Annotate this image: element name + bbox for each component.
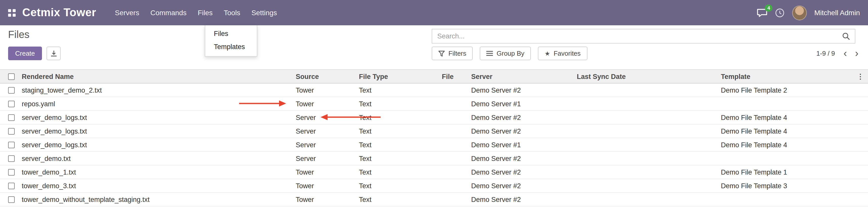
row-checkbox-cell[interactable] — [0, 192, 19, 206]
cell-last-sync-date[interactable] — [574, 192, 718, 206]
pager-previous-icon[interactable]: ‹ — [841, 47, 849, 60]
cell-last-sync-date[interactable] — [574, 111, 718, 124]
row-checkbox[interactable] — [8, 115, 15, 121]
user-avatar[interactable] — [792, 5, 807, 20]
cell-file[interactable] — [439, 111, 469, 124]
optional-columns-toggle-icon[interactable]: ⋮ — [857, 72, 864, 81]
select-all-checkbox[interactable] — [8, 73, 15, 80]
row-checkbox[interactable] — [8, 169, 15, 176]
user-menu[interactable]: Mitchell Admin — [814, 9, 860, 17]
cell-server[interactable]: Demo Server #2 — [469, 124, 574, 138]
cell-file[interactable] — [439, 138, 469, 152]
export-button[interactable] — [46, 47, 61, 60]
cell-file-type[interactable]: Text — [356, 111, 439, 124]
cell-last-sync-date[interactable] — [574, 83, 718, 97]
table-row[interactable]: server_demo.txt Server Text Demo Server … — [0, 152, 868, 165]
table-row[interactable]: server_demo_logs.txt Server Text Demo Se… — [0, 138, 868, 152]
cell-server[interactable]: Demo Server #2 — [469, 192, 574, 206]
cell-file-type[interactable]: Text — [356, 179, 439, 192]
cell-rendered-name[interactable]: server_demo_logs.txt — [19, 111, 293, 124]
cell-last-sync-date[interactable] — [574, 97, 718, 111]
cell-template[interactable] — [718, 192, 854, 206]
cell-file[interactable] — [439, 179, 469, 192]
cell-last-sync-date[interactable] — [574, 179, 718, 192]
row-checkbox-cell[interactable] — [0, 165, 19, 179]
cell-file-type[interactable]: Text — [356, 138, 439, 152]
cell-template[interactable] — [718, 97, 854, 111]
cell-template[interactable]: Demo File Template 4 — [718, 111, 854, 124]
row-checkbox-cell[interactable] — [0, 124, 19, 138]
cell-source[interactable]: Server — [293, 152, 356, 165]
cell-server[interactable]: Demo Server #1 — [469, 97, 574, 111]
messages-button[interactable]: 4 — [756, 8, 767, 17]
cell-last-sync-date[interactable] — [574, 138, 718, 152]
cell-template[interactable]: Demo File Template 4 — [718, 124, 854, 138]
cell-source[interactable]: Tower — [293, 83, 356, 97]
cell-server[interactable]: Demo Server #2 — [469, 152, 574, 165]
optional-columns-cell[interactable]: ⋮ — [854, 69, 868, 83]
nav-item-commands[interactable]: Commands — [145, 0, 192, 25]
row-checkbox[interactable] — [8, 142, 15, 149]
row-checkbox-cell[interactable] — [0, 179, 19, 192]
cell-server[interactable]: Demo Server #1 — [469, 138, 574, 152]
nav-item-files[interactable]: Files — [192, 0, 218, 25]
table-row[interactable]: repos.yaml Tower Text Demo Server #1 — [0, 97, 868, 111]
cell-last-sync-date[interactable] — [574, 165, 718, 179]
cell-rendered-name[interactable]: staging_tower_demo_2.txt — [19, 83, 293, 97]
cell-rendered-name[interactable]: repos.yaml — [19, 97, 293, 111]
cell-server[interactable]: Demo Server #2 — [469, 179, 574, 192]
cell-template[interactable] — [718, 152, 854, 165]
apps-grid-icon[interactable] — [8, 9, 16, 17]
table-row[interactable]: tower_demo_1.txt Tower Text Demo Server … — [0, 165, 868, 179]
cell-rendered-name[interactable]: server_demo.txt — [19, 152, 293, 165]
cell-rendered-name[interactable]: server_demo_logs.txt — [19, 138, 293, 152]
cell-file-type[interactable]: Text — [356, 97, 439, 111]
cell-rendered-name[interactable]: tower_demo_1.txt — [19, 165, 293, 179]
cell-server[interactable]: Demo Server #2 — [469, 165, 574, 179]
column-header-last-sync-date[interactable]: Last Sync Date — [574, 69, 718, 83]
column-header-source[interactable]: Source — [293, 69, 356, 83]
cell-source[interactable]: Tower — [293, 97, 356, 111]
column-header-file[interactable]: File — [439, 69, 469, 83]
cell-source[interactable]: Server — [293, 111, 356, 124]
cell-rendered-name[interactable]: tower_demo_3.txt — [19, 179, 293, 192]
table-row[interactable]: tower_demo_without_template_staging.txt … — [0, 192, 868, 206]
cell-source[interactable]: Tower — [293, 179, 356, 192]
row-checkbox[interactable] — [8, 183, 15, 189]
dropdown-item-files[interactable]: Files — [205, 27, 257, 40]
table-row[interactable]: staging_tower_demo_2.txt Tower Text Demo… — [0, 83, 868, 97]
cell-rendered-name[interactable]: tower_demo_without_template_staging.txt — [19, 192, 293, 206]
cell-source[interactable]: Server — [293, 124, 356, 138]
cell-file[interactable] — [439, 192, 469, 206]
cell-source[interactable]: Server — [293, 138, 356, 152]
row-checkbox[interactable] — [8, 101, 15, 108]
group-by-button[interactable]: Group By — [480, 47, 531, 60]
cell-last-sync-date[interactable] — [574, 152, 718, 165]
cell-file[interactable] — [439, 165, 469, 179]
activities-button[interactable] — [775, 8, 784, 18]
nav-item-tools[interactable]: Tools — [218, 0, 246, 25]
table-row[interactable]: tower_demo_3.txt Tower Text Demo Server … — [0, 179, 868, 192]
nav-item-settings[interactable]: Settings — [246, 0, 283, 25]
cell-source[interactable]: Tower — [293, 165, 356, 179]
pager-next-icon[interactable]: › — [852, 47, 861, 60]
cell-file[interactable] — [439, 152, 469, 165]
row-checkbox-cell[interactable] — [0, 138, 19, 152]
column-header-server[interactable]: Server — [469, 69, 574, 83]
cell-file-type[interactable]: Text — [356, 83, 439, 97]
column-header-template[interactable]: Template — [718, 69, 854, 83]
cell-template[interactable]: Demo File Template 4 — [718, 138, 854, 152]
search-input[interactable] — [432, 32, 842, 40]
cell-template[interactable]: Demo File Template 1 — [718, 165, 854, 179]
create-button[interactable]: Create — [8, 47, 42, 60]
cell-source[interactable]: Tower — [293, 192, 356, 206]
row-checkbox-cell[interactable] — [0, 152, 19, 165]
cell-file[interactable] — [439, 83, 469, 97]
cell-file-type[interactable]: Text — [356, 165, 439, 179]
column-header-rendered-name[interactable]: Rendered Name — [19, 69, 293, 83]
filters-button[interactable]: Filters — [432, 47, 473, 60]
cell-server[interactable]: Demo Server #2 — [469, 111, 574, 124]
dropdown-item-templates[interactable]: Templates — [205, 40, 257, 54]
select-all-cell[interactable] — [0, 69, 19, 83]
search-icon[interactable] — [842, 32, 850, 40]
